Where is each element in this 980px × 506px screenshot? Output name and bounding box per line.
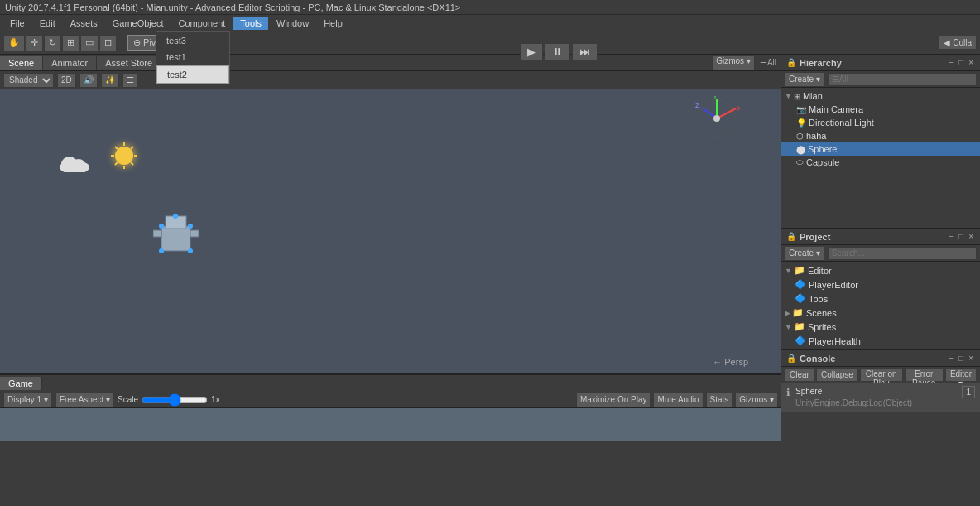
rotate-tool-button[interactable]: ↻: [44, 35, 61, 51]
hierarchy-search-bar: Create ▾: [781, 71, 980, 88]
light-icon: 💡: [796, 118, 806, 128]
menu-edit[interactable]: Edit: [33, 17, 62, 30]
folder-item-player-health[interactable]: 🔷 PlayerHealth: [781, 334, 980, 348]
collapse-console-button[interactable]: Collapse: [816, 369, 858, 382]
transform-tool-button[interactable]: ⊡: [99, 35, 117, 51]
svg-text:Z: Z: [695, 101, 700, 109]
play-controls: ▶ ⏸ ⏭: [520, 43, 598, 60]
audio-button[interactable]: 🔊: [79, 73, 98, 88]
scale-label: Scale: [118, 395, 138, 404]
dropdown-test3[interactable]: test3: [156, 32, 229, 49]
svg-line-6: [115, 162, 118, 165]
console-title: Console: [800, 354, 835, 364]
gizmo-svg: X Y Z: [694, 96, 740, 142]
mute-audio-button[interactable]: Mute Audio: [653, 393, 703, 407]
project-create-button[interactable]: Create ▾: [785, 246, 824, 261]
console-close-icon[interactable]: ×: [967, 354, 975, 363]
scale-tool-button[interactable]: ⊞: [62, 35, 79, 51]
dropdown-test2[interactable]: test2: [156, 65, 229, 84]
dropdown-test1[interactable]: test1: [156, 49, 229, 65]
project-search-input[interactable]: [828, 247, 977, 260]
scale-slider[interactable]: [142, 395, 208, 405]
sprites-label: Sprites: [808, 322, 836, 332]
fx-button[interactable]: ✨: [101, 73, 119, 88]
toos-icon: 🔷: [795, 293, 806, 304]
2d-button[interactable]: 2D: [57, 73, 76, 88]
menu-help[interactable]: Help: [317, 17, 349, 30]
scale-value: 1x: [211, 395, 220, 404]
step-button[interactable]: ⏭: [572, 43, 598, 60]
tree-item-capsule[interactable]: ⬭ Capsule: [781, 156, 980, 169]
menu-component[interactable]: Component: [171, 17, 232, 30]
game-view-content[interactable]: [0, 408, 781, 441]
capsule-icon: ⬭: [796, 157, 804, 167]
project-maximize-icon[interactable]: □: [957, 232, 965, 241]
tab-asset-store[interactable]: Asset Store: [97, 56, 161, 70]
tree-item-haha[interactable]: ⬡ haha: [781, 129, 980, 142]
play-button[interactable]: ▶: [520, 43, 543, 60]
project-tree: ▼ 📁 Editor 🔷 PlayerEditor 🔷: [781, 262, 980, 349]
sphere-icon: ⬤: [796, 145, 805, 154]
hierarchy-close-icon[interactable]: ×: [967, 58, 975, 67]
folder-item-sprites[interactable]: ▼ 📁 Sprites: [781, 320, 980, 334]
gizmos-game-button[interactable]: Gizmos ▾: [735, 393, 778, 407]
mian-scene-icon: ⊞: [794, 92, 800, 101]
scene-viewport[interactable]: X Y Z ← Persp: [0, 89, 781, 373]
hierarchy-minimize-icon[interactable]: −: [947, 58, 955, 67]
hierarchy-title: Hierarchy: [800, 58, 842, 68]
stats-button[interactable]: Stats: [706, 393, 733, 407]
hierarchy-tree: ▼ ⊞ Mian 📷 Main Camera 💡 Dir: [781, 88, 980, 228]
svg-text:Y: Y: [713, 96, 718, 100]
folder-item-scenes[interactable]: ▶ 📁 Scenes: [781, 306, 980, 320]
sun-object: [108, 139, 141, 172]
rect-tool-button[interactable]: ▭: [80, 35, 98, 51]
menu-file[interactable]: File: [3, 17, 31, 30]
scene-object-svg: [153, 210, 207, 263]
collapse-button[interactable]: ◀ Colla: [939, 36, 977, 50]
menu-window[interactable]: Window: [270, 17, 315, 30]
shading-select[interactable]: Shaded: [3, 73, 54, 88]
tab-game[interactable]: Game: [0, 377, 42, 390]
player-editor-icon: 🔷: [795, 279, 806, 290]
error-pause-button[interactable]: Error Pause: [905, 369, 944, 382]
folder-item-player-editor[interactable]: 🔷 PlayerEditor: [781, 277, 980, 292]
player-health-label: PlayerHealth: [809, 336, 861, 346]
scene-options-button[interactable]: ☰: [122, 73, 138, 88]
tree-item-main-camera[interactable]: 📷 Main Camera: [781, 103, 980, 116]
menu-gameobject[interactable]: GameObject: [106, 17, 171, 30]
display-select[interactable]: Display 1 ▾: [3, 393, 52, 407]
svg-point-16: [188, 248, 193, 253]
svg-point-10: [72, 159, 85, 171]
tree-item-mian[interactable]: ▼ ⊞ Mian: [781, 89, 980, 103]
scene-panel-tabs: Scene Animator Asset Store Gizmos ▾ ☰All: [0, 55, 781, 71]
clear-on-play-button[interactable]: Clear on Play: [860, 369, 903, 382]
menu-tools[interactable]: Tools: [233, 17, 268, 30]
console-entry[interactable]: ℹ Sphere UnityEngine.Debug:Log(Object) 1: [781, 383, 980, 412]
folder-item-toos[interactable]: 🔷 Toos: [781, 292, 980, 306]
main-content: Scene Animator Asset Store Gizmos ▾ ☰All…: [0, 55, 980, 441]
tree-item-sphere[interactable]: ⬤ Sphere: [781, 142, 980, 156]
clear-button[interactable]: Clear: [785, 369, 814, 382]
pause-button[interactable]: ⏸: [545, 43, 570, 60]
folder-item-editor[interactable]: ▼ 📁 Editor: [781, 263, 980, 277]
console-panel-controls: − □ ×: [947, 354, 975, 363]
aspect-select[interactable]: Free Aspect ▾: [55, 393, 114, 407]
hierarchy-search-input[interactable]: [828, 73, 977, 86]
svg-point-17: [173, 214, 178, 219]
editor-dropdown-button[interactable]: Editor ▾: [945, 369, 977, 382]
hierarchy-maximize-icon[interactable]: □: [957, 58, 965, 67]
move-tool-button[interactable]: ✛: [26, 35, 43, 51]
project-minimize-icon[interactable]: −: [947, 232, 955, 241]
menu-assets[interactable]: Assets: [64, 17, 104, 30]
console-maximize-icon[interactable]: □: [957, 354, 965, 363]
console-lock-icon: 🔒: [786, 354, 796, 363]
console-minimize-icon[interactable]: −: [947, 354, 955, 363]
project-close-icon[interactable]: ×: [967, 232, 975, 241]
maximize-on-play-button[interactable]: Maximize On Play: [576, 393, 651, 407]
tree-item-directional-light[interactable]: 💡 Directional Light: [781, 116, 980, 129]
tab-animator[interactable]: Animator: [43, 56, 97, 70]
hierarchy-create-button[interactable]: Create ▾: [785, 72, 824, 87]
hand-tool-button[interactable]: ✋: [3, 35, 25, 51]
gizmos-button[interactable]: Gizmos ▾: [712, 55, 755, 70]
tab-scene[interactable]: Scene: [0, 56, 43, 70]
